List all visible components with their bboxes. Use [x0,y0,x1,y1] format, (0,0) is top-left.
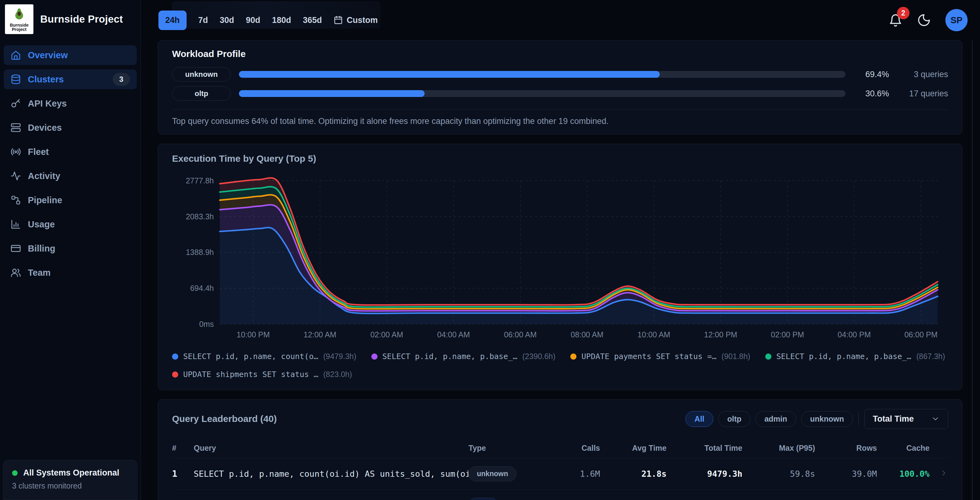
status-title: All Systems Operational [23,468,119,478]
cell-avg-time: 21.8s [600,469,667,479]
execution-time-card: Execution Time by Query (Top 5) 0ms694.4… [158,144,963,390]
avatar[interactable]: SP [945,9,967,31]
sidebar-item-team[interactable]: Team [4,263,137,283]
notifications-button[interactable]: 2 [888,13,903,27]
cell-total-time: 9479.3h [667,469,742,479]
legend-item[interactable]: SELECT p.id, p.name, count(o…(9479.3h) [172,350,356,364]
cell-rank: 1 [172,469,194,479]
topbar: 24h7d30d90d180d365dCustom 2 SP [141,0,980,40]
legend-dot-icon [371,353,377,359]
time-range-24h[interactable]: 24h [158,11,186,30]
sidebar-item-clusters[interactable]: Clusters3 [4,69,137,89]
workload-bar-queries: 3 queries [897,70,948,79]
table-row[interactable]: 1SELECT p.id, p.name, count(oi.id) AS un… [172,458,948,490]
filter-all[interactable]: All [686,411,713,427]
time-range-label: 24h [165,16,180,25]
scrollbar-track[interactable] [972,40,972,500]
sidebar-item-overview[interactable]: Overview [4,45,137,65]
legend-item[interactable]: SELECT p.id, p.name, p.base_…(867.3h) [765,350,945,364]
x-axis-tick-label: 10:00 AM [638,330,670,339]
legend-item[interactable]: UPDATE payments SET status =…(901.8h) [570,350,750,364]
y-axis-tick-label: 0ms [199,320,214,328]
sidebar-item-label: Clusters [28,74,64,85]
theme-toggle-button[interactable] [917,13,931,27]
activity-icon [11,171,21,181]
workload-bar-percent: 69.4% [853,70,889,79]
avocado-icon [12,7,27,23]
table-body: 1SELECT p.id, p.name, count(oi.id) AS un… [172,458,948,500]
sidebar: Burnside Project Burnside Project Overvi… [0,0,141,500]
home-icon [11,50,21,61]
y-axis-tick-label: 1388.9h [186,248,214,257]
column-header-query: Query [194,444,468,453]
x-axis-tick-label: 12:00 PM [704,330,737,339]
legend-total: (901.8h) [722,352,750,361]
column-header-rows: Rows [815,444,877,453]
filter-admin[interactable]: admin [755,411,796,427]
legend-dot-icon [172,353,178,359]
sidebar-item-label: API Keys [28,99,67,109]
legend-total: (823.0h) [323,370,352,379]
legend-item[interactable]: SELECT p.id, p.name, p.base_…(2390.6h) [371,350,556,364]
chart-legend: SELECT p.id, p.name, count(o…(9479.3h)SE… [172,350,948,382]
filter-unknown[interactable]: unknown [801,411,853,427]
legend-dot-icon [570,353,576,359]
time-range-label: Custom [347,16,378,25]
x-axis-tick-label: 04:00 AM [437,330,470,339]
x-axis-tick-label: 02:00 PM [771,330,804,339]
legend-query: UPDATE shipments SET status … [183,370,318,379]
sidebar-item-fleet[interactable]: Fleet [4,142,137,162]
workload-category-pill: unknown [172,67,231,81]
sidebar-item-billing[interactable]: Billing [4,238,137,258]
x-axis-tick-label: 08:00 AM [571,330,603,339]
y-axis-tick-label: 694.4h [190,284,214,292]
time-range-label: 180d [272,16,291,25]
sort-select[interactable]: Total Time [864,409,948,429]
workload-bar-row: unknown69.4%3 queries [172,67,948,81]
leaderboard-table: #QueryTypeCallsAvg TimeTotal TimeMax (P9… [172,438,948,500]
cell-type: oltp [468,498,546,500]
sidebar-item-usage[interactable]: Usage [4,214,137,234]
brand-logo: Burnside Project [5,4,33,34]
x-axis-tick-label: 04:00 PM [838,330,871,339]
time-range-365d[interactable]: 365d [303,16,322,25]
content: Workload Profile unknown69.4%3 queriesol… [141,40,980,500]
legend-query: UPDATE payments SET status =… [581,352,717,361]
sidebar-item-devices[interactable]: Devices [4,118,137,137]
column-header-calls: Calls [546,444,600,453]
row-chevron[interactable] [929,469,948,479]
cell-cache: 100.0% [877,469,929,479]
workload-bar-fill [239,71,660,78]
cell-max-p95: 59.8s [742,469,815,479]
series-line-4 [220,178,938,305]
column-header-max-p95-: Max (P95) [742,444,815,453]
time-range-custom[interactable]: Custom [334,16,378,25]
users-icon [11,267,21,278]
x-axis-tick-label: 10:00 PM [237,330,270,339]
time-range-180d[interactable]: 180d [272,16,291,25]
legend-query: SELECT p.id, p.name, p.base_… [776,352,912,361]
filter-oltp[interactable]: oltp [718,411,750,427]
database-icon [11,74,21,85]
server-icon [11,122,21,133]
legend-query: SELECT p.id, p.name, p.base_… [382,352,518,361]
time-range-30d[interactable]: 30d [220,16,234,25]
y-axis-tick-label: 2777.8h [186,176,214,185]
time-range-7d[interactable]: 7d [198,16,208,25]
workload-bar-track [239,71,845,78]
time-range-label: 90d [246,16,261,25]
table-row[interactable]: 2SELECT p.id, p.name, p.base_price, p.sl… [172,490,948,500]
workload-profile-card: Workload Profile unknown69.4%3 queriesol… [158,40,963,134]
cell-rows: 39.0M [815,469,877,479]
workload-bar-percent: 30.6% [853,89,889,99]
workload-bars: unknown69.4%3 queriesoltp30.6%17 queries [172,67,948,101]
sidebar-item-pipeline[interactable]: Pipeline [4,190,137,210]
column-header-avg-time: Avg Time [600,444,667,453]
sidebar-item-activity[interactable]: Activity [4,166,137,186]
area-band-4 [220,178,938,307]
sidebar-item-label: Usage [28,219,55,230]
legend-item[interactable]: UPDATE shipments SET status …(823.0h) [172,367,352,382]
moon-icon [917,13,931,27]
sidebar-item-api-keys[interactable]: API Keys [4,94,137,113]
time-range-90d[interactable]: 90d [246,16,261,25]
